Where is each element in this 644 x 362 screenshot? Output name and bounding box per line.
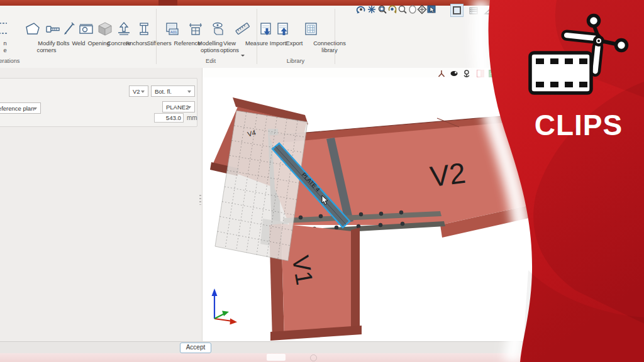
- ribbon-label: Connections: [311, 40, 348, 47]
- group-label-operations: Operations: [0, 58, 19, 64]
- navigate-icon[interactable]: [417, 4, 427, 14]
- ribbon-label: library: [311, 47, 348, 54]
- stiffeners-icon: [136, 21, 152, 38]
- measure-dropdown-caret[interactable]: [241, 55, 245, 57]
- svg-text:A01: A01: [170, 30, 177, 34]
- ribbon-separator: [335, 9, 335, 64]
- partial-icon: [0, 21, 7, 38]
- bottom-strip-highlight: [267, 354, 286, 361]
- reference-icon: A01: [164, 21, 180, 38]
- zoom-icon[interactable]: [397, 4, 408, 14]
- group-label-edit: Edit: [203, 58, 219, 64]
- member-select-value: V2: [133, 88, 140, 95]
- measure-icon: [235, 21, 251, 38]
- reference-plan-value: Reference plan: [0, 105, 34, 112]
- reference-plan-select[interactable]: Reference plan: [0, 102, 41, 114]
- view-options-icon: [210, 21, 226, 38]
- plate-part-select-value: Bot. fl.: [155, 88, 172, 95]
- rotate-view-icon[interactable]: [387, 4, 397, 14]
- orbit-icon[interactable]: [356, 4, 366, 14]
- accept-button[interactable]: Accept: [180, 343, 211, 353]
- member-select[interactable]: V2: [129, 85, 148, 97]
- brand-title: CLIPS: [522, 108, 635, 142]
- pan-icon[interactable]: [367, 4, 377, 14]
- plate-part-select[interactable]: Bot. fl.: [151, 85, 195, 97]
- group-label-library: Library: [284, 58, 307, 64]
- ribbon-button-modify-corners[interactable]: Modify corners: [19, 13, 47, 67]
- connections-library-icon: [303, 21, 319, 38]
- bottom-strip-circle: [310, 354, 317, 361]
- offset-unit-label: mm: [187, 114, 197, 121]
- modify-corners-icon: [25, 21, 41, 38]
- plane-select-value: PLANE2: [166, 104, 189, 111]
- offset-input[interactable]: [154, 113, 184, 123]
- zoom-window-icon[interactable]: [377, 4, 387, 14]
- ribbon-separator: [156, 9, 157, 64]
- title-bar-tab: [158, 0, 177, 6]
- modelling-options-icon: [187, 21, 204, 38]
- zoom-extents-icon[interactable]: [408, 4, 418, 14]
- ribbon-label: e: [0, 47, 10, 54]
- label-v1: V1: [287, 253, 318, 287]
- panel-splitter-handle[interactable]: [199, 195, 201, 205]
- plane-select[interactable]: PLANE2: [162, 101, 195, 112]
- clips-brand-overlay: [428, 0, 644, 362]
- ribbon-button-measure[interactable]: Measure: [229, 13, 257, 67]
- properties-panel: V2 Bot. fl. Reference plan PLANE2 Offset…: [0, 68, 203, 341]
- ribbon-button-stiffeners[interactable]: Stiffeners: [129, 13, 159, 67]
- ribbon-label: n: [0, 40, 10, 47]
- export-icon: [275, 21, 292, 38]
- app-window: { "window": { "titlebar_color": "#ad3a28…: [0, 0, 644, 362]
